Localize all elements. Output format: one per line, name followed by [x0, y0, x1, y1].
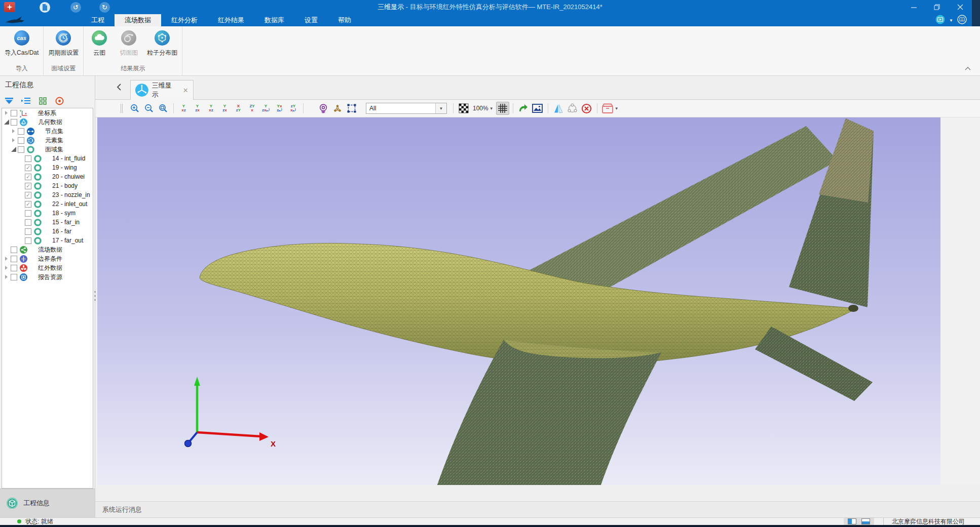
- view-right-button[interactable]: Yzx: [218, 102, 232, 115]
- visibility-checkbox[interactable]: [11, 110, 17, 116]
- expander-collapsed-icon[interactable]: [11, 129, 17, 134]
- select-region-button[interactable]: [345, 102, 358, 115]
- view-back-button[interactable]: Yzx: [191, 102, 204, 115]
- collapse-all-button[interactable]: [21, 96, 31, 105]
- restore-button[interactable]: [925, 0, 949, 14]
- rotate-x-button[interactable]: Yzx⤾: [259, 102, 273, 115]
- view-bottom-button[interactable]: ZYx: [245, 102, 259, 115]
- help-manual-button[interactable]: [957, 15, 967, 26]
- visibility-checkbox[interactable]: [25, 228, 31, 235]
- redo-button[interactable]: ↻: [99, 2, 110, 13]
- record-dropdown-icon[interactable]: ▼: [949, 18, 953, 23]
- visibility-checkbox[interactable]: [11, 274, 17, 280]
- ribbon-button-particle-map[interactable]: 粒子分布图: [143, 29, 181, 62]
- export-view-button[interactable]: [517, 102, 530, 115]
- tree-item-infrared-data[interactable]: 红外数据: [2, 263, 93, 272]
- expander-expanded-icon[interactable]: [4, 119, 10, 125]
- visibility-checkbox[interactable]: [25, 210, 31, 217]
- visibility-checkbox[interactable]: [18, 137, 24, 144]
- new-document-button[interactable]: [40, 2, 50, 13]
- expander-collapsed-icon[interactable]: [4, 265, 10, 270]
- tree-item-face-16[interactable]: 16 - far: [2, 227, 93, 236]
- panel-splitter-handle[interactable]: [94, 291, 96, 301]
- menu-item-settings[interactable]: 设置: [294, 14, 328, 26]
- app-menu-button[interactable]: [4, 2, 15, 12]
- tree-item-coord-system[interactable]: Yzx坐标系: [2, 108, 93, 117]
- visibility-checkbox[interactable]: [25, 192, 31, 198]
- clear-results-button[interactable]: [580, 102, 593, 115]
- ribbon-button-contour-map[interactable]: 云图: [85, 29, 114, 62]
- locate-target-button[interactable]: [54, 96, 64, 105]
- toggle-left-panel-icon[interactable]: [848, 518, 856, 524]
- tree-item-boundary-condition[interactable]: 边界条件: [2, 254, 93, 263]
- menu-item-flow-data[interactable]: 流场数据: [115, 14, 161, 26]
- menu-item-database[interactable]: 数据库: [254, 14, 294, 26]
- ribbon-button-periodic-face[interactable]: 周期面设置: [45, 29, 82, 62]
- menu-item-project[interactable]: 工程: [81, 14, 115, 26]
- tree-item-face-set[interactable]: 面域集: [2, 145, 93, 154]
- visibility-checkbox[interactable]: [25, 183, 31, 189]
- visibility-checkbox[interactable]: [11, 265, 17, 271]
- visibility-checkbox[interactable]: [18, 146, 24, 153]
- snapshot-button[interactable]: [531, 102, 544, 115]
- toggle-bottom-panel-icon[interactable]: [861, 518, 870, 524]
- grid-toggle-button[interactable]: [496, 102, 509, 115]
- tree-item-element-set[interactable]: 元素集: [2, 136, 93, 145]
- tree-item-node-set[interactable]: 节点集: [2, 127, 93, 136]
- rotate-y-button[interactable]: Yxz⤾: [273, 102, 286, 115]
- zoom-in-button[interactable]: [128, 102, 141, 115]
- tab-scroll-left-button[interactable]: [114, 83, 123, 92]
- visibility-checkbox[interactable]: [11, 256, 17, 262]
- toolbar-grip[interactable]: [121, 104, 123, 113]
- ribbon-button-import-cas-dat[interactable]: cas导入Cas/Dat: [1, 29, 42, 62]
- link-nodes-button[interactable]: [566, 102, 579, 115]
- zoom-level-dropdown[interactable]: 100%▼: [471, 105, 496, 112]
- expander-expanded-icon[interactable]: [11, 147, 17, 152]
- close-button[interactable]: [949, 0, 972, 14]
- menu-item-help[interactable]: 帮助: [328, 14, 361, 26]
- mirror-view-button[interactable]: [552, 102, 565, 115]
- visibility-checkbox[interactable]: [11, 119, 17, 126]
- tab-3d-display[interactable]: 三维显示 ✕: [130, 80, 194, 100]
- visibility-checkbox[interactable]: [25, 174, 31, 180]
- tree-item-face-20[interactable]: 20 - chuiwei: [2, 172, 93, 181]
- expander-collapsed-icon[interactable]: [4, 256, 10, 261]
- tree-item-face-22[interactable]: 22 - inlet_out: [2, 199, 93, 209]
- tree-item-face-15[interactable]: 15 - far_in: [2, 218, 93, 227]
- zoom-out-button[interactable]: [142, 102, 156, 115]
- particle-trace-button[interactable]: [331, 102, 344, 115]
- visibility-checkbox[interactable]: [25, 165, 31, 171]
- transparency-pattern-button[interactable]: [457, 102, 470, 115]
- visibility-checkbox[interactable]: [25, 237, 31, 244]
- tree-item-face-14[interactable]: 14 - int_fluid: [2, 154, 93, 163]
- visibility-checkbox[interactable]: [18, 128, 24, 135]
- ribbon-collapse-button[interactable]: [963, 64, 973, 72]
- expander-collapsed-icon[interactable]: [4, 274, 10, 279]
- tree-item-face-17[interactable]: 17 - far_out: [2, 236, 93, 245]
- view-front-button[interactable]: Yxz: [177, 102, 191, 115]
- grid-view-button[interactable]: [37, 96, 48, 105]
- filter-dropdown-button[interactable]: [4, 96, 14, 105]
- panel-bottom-bar[interactable]: 工程信息: [0, 489, 95, 517]
- zoom-fit-button[interactable]: [157, 102, 170, 115]
- expander-collapsed-icon[interactable]: [11, 138, 17, 143]
- visibility-checkbox[interactable]: [11, 247, 17, 253]
- visibility-checkbox[interactable]: [25, 201, 31, 208]
- tree-item-face-21[interactable]: 21 - body: [2, 181, 93, 190]
- display-filter-combobox[interactable]: All▼: [366, 103, 447, 114]
- record-button[interactable]: [935, 15, 945, 26]
- expander-collapsed-icon[interactable]: [4, 110, 10, 115]
- tree-item-face-18[interactable]: 18 - sym: [2, 209, 93, 218]
- visibility-checkbox[interactable]: [25, 155, 31, 162]
- view-top-button[interactable]: XzY: [232, 102, 245, 115]
- menu-item-ir-analysis[interactable]: 红外分析: [161, 14, 208, 26]
- menu-item-ir-results[interactable]: 红外结果: [208, 14, 254, 26]
- tree-item-face-23[interactable]: 23 - nozzle_in: [2, 190, 93, 199]
- tab-close-icon[interactable]: ✕: [182, 87, 189, 94]
- visibility-checkbox[interactable]: [25, 219, 31, 226]
- minimize-button[interactable]: [902, 0, 925, 14]
- tree-item-flow-field-data[interactable]: 流场数据: [2, 245, 93, 254]
- undo-button[interactable]: ↺: [70, 2, 81, 13]
- tree-item-report-resource[interactable]: 报告资源: [2, 272, 93, 281]
- view-left-button[interactable]: Yxz: [204, 102, 218, 115]
